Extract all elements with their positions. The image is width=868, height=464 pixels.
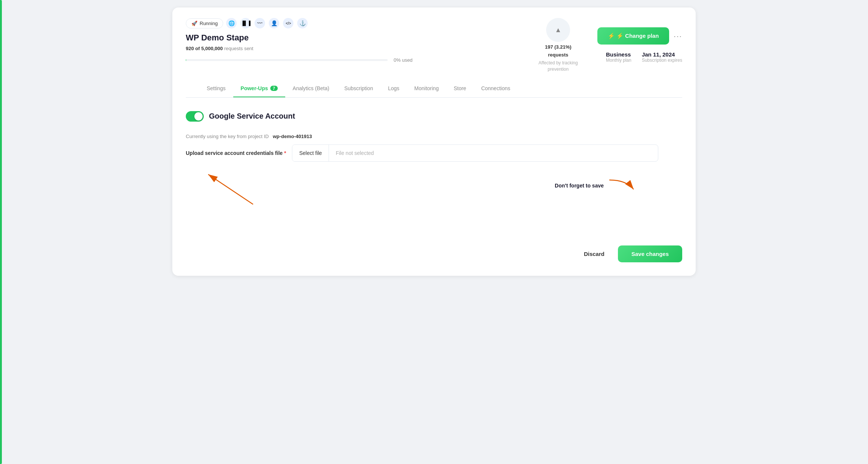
section-header: Google Service Account (186, 111, 682, 122)
globe-icon: 🌐 (226, 18, 237, 28)
tab-subscription[interactable]: Subscription (337, 80, 381, 97)
project-id-description: Currently using the key from project ID (186, 134, 269, 139)
more-options-button[interactable]: ··· (674, 32, 682, 40)
tab-connections[interactable]: Connections (474, 80, 518, 97)
plan-info: Business Monthly plan Jan 11, 2024 Subsc… (606, 51, 682, 63)
tracking-prevention-label: Affected by tracking prevention (534, 60, 582, 73)
icon-group: 🌐 ▐▌▐ 〰 👤 </> ⚓ (226, 18, 308, 28)
site-name: WP Demo Stape (186, 33, 519, 43)
form-area: Currently using the key from project ID … (186, 134, 682, 262)
progress-track (186, 59, 388, 61)
tab-powerups[interactable]: Power-Ups 7 (233, 80, 285, 97)
main-card: 🚀 Running 🌐 ▐▌▐ 〰 👤 </> ⚓ WP Demo Stape … (172, 7, 696, 276)
rocket-icon: 🚀 (191, 21, 197, 26)
save-arrow-svg (607, 178, 637, 193)
anchor-icon: ⚓ (297, 18, 308, 28)
powerups-badge: 7 (270, 86, 278, 91)
code-icon: </> (283, 18, 293, 28)
header-top-row: 🚀 Running 🌐 ▐▌▐ 〰 👤 </> ⚓ WP Demo Stape … (186, 18, 682, 73)
tab-store[interactable]: Store (446, 80, 474, 97)
tab-powerups-label: Power-Ups (241, 85, 268, 91)
annotation-arrow-svg (197, 171, 272, 208)
requests-label: requests sent (224, 46, 253, 51)
progress-bar-container: 0% used (186, 57, 519, 63)
upload-label: Upload service account credentials file … (186, 150, 286, 156)
status-row: 🚀 Running 🌐 ▐▌▐ 〰 👤 </> ⚓ (186, 18, 519, 28)
tracking-sublabel: requests (548, 52, 568, 58)
project-id-label: Currently using the key from project ID … (186, 134, 682, 139)
dont-forget-annotation: Don't forget to save (555, 178, 637, 193)
change-plan-button[interactable]: ⚡ ⚡ Change plan (597, 27, 669, 45)
plan-date: Jan 11, 2024 (642, 51, 682, 58)
plan-monthly: Monthly plan (606, 58, 631, 63)
requests-count: 920 of 5,000,000 (186, 46, 223, 51)
tab-logs-label: Logs (388, 85, 399, 91)
content-section: Google Service Account Currently using t… (172, 98, 696, 276)
file-placeholder: File not selected (329, 145, 658, 161)
tracking-circle: ▲ (546, 18, 570, 42)
right-panel: ⚡ ⚡ Change plan ··· Business Monthly pla… (597, 27, 682, 63)
tracking-widget: ▲ 197 (3.21%) requests Affected by track… (534, 18, 582, 73)
tab-analytics[interactable]: Analytics (Beta) (285, 80, 337, 97)
subscription-expires-label: Subscription expires (642, 58, 682, 63)
dont-forget-text: Don't forget to save (555, 183, 604, 189)
top-center-right: ▲ 197 (3.21%) requests Affected by track… (534, 18, 682, 73)
section-title: Google Service Account (209, 112, 295, 120)
tab-settings-label: Settings (207, 85, 226, 91)
required-star: * (284, 150, 286, 156)
upload-label-text: Upload service account credentials file (186, 150, 283, 156)
save-changes-button[interactable]: Save changes (618, 245, 682, 262)
tab-settings[interactable]: Settings (199, 80, 233, 97)
header-section: 🚀 Running 🌐 ▐▌▐ 〰 👤 </> ⚓ WP Demo Stape … (172, 7, 696, 98)
project-id-value: wp-demo-401913 (273, 134, 312, 139)
left-info: 🚀 Running 🌐 ▐▌▐ 〰 👤 </> ⚓ WP Demo Stape … (186, 18, 519, 64)
tab-monitoring-label: Monitoring (414, 85, 438, 91)
bottom-row: Discard Save changes (186, 238, 682, 262)
chevron-up-icon: ▲ (555, 26, 561, 34)
tabs-row: Settings Power-Ups 7 Analytics (Beta) Su… (186, 80, 682, 98)
tab-logs[interactable]: Logs (381, 80, 407, 97)
tab-monitoring[interactable]: Monitoring (407, 80, 446, 97)
percent-label: 0% used (394, 57, 413, 63)
plan-name: Business (606, 51, 631, 58)
bars-icon: ▐▌▐ (240, 18, 251, 28)
select-file-button[interactable]: Select file (292, 145, 329, 161)
person-icon: 👤 (269, 18, 279, 28)
tab-analytics-label: Analytics (Beta) (293, 85, 329, 91)
toggle-knob (194, 112, 203, 120)
annotation-area: Don't forget to save (186, 171, 682, 216)
tab-connections-label: Connections (481, 85, 510, 91)
upload-field-row: Upload service account credentials file … (186, 144, 682, 162)
status-badge: 🚀 Running (186, 18, 223, 28)
tracking-stats: 197 (3.21%) (545, 44, 572, 50)
lightning-icon: ⚡ (608, 33, 615, 39)
status-label: Running (200, 21, 218, 26)
plan-date-detail: Jan 11, 2024 Subscription expires (642, 51, 682, 63)
tab-store-label: Store (454, 85, 466, 91)
file-input-container: Select file File not selected (292, 144, 658, 162)
tab-subscription-label: Subscription (344, 85, 373, 91)
svg-line-1 (208, 174, 253, 204)
plan-detail: Business Monthly plan (606, 51, 631, 63)
google-service-toggle[interactable] (186, 111, 204, 122)
change-plan-label: ⚡ Change plan (616, 33, 659, 39)
discard-button[interactable]: Discard (576, 245, 612, 262)
wave-icon: 〰 (255, 18, 265, 28)
requests-info: 920 of 5,000,000 requests sent (186, 46, 519, 51)
